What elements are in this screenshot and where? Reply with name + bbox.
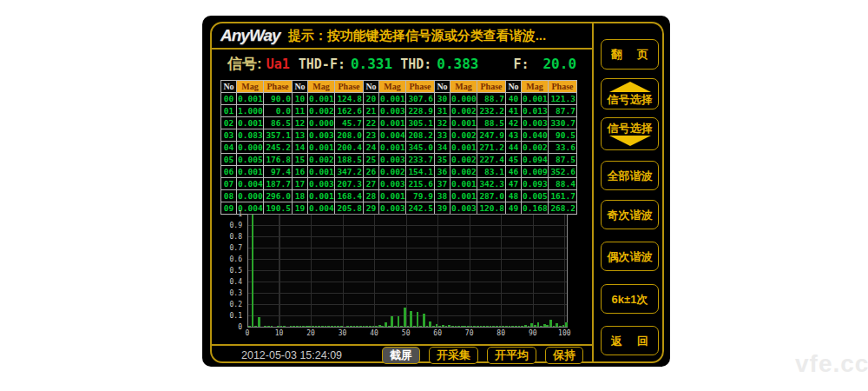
harmonic-bar	[321, 326, 324, 327]
harmonics-table: NoMagPhaseNoMagPhaseNoMagPhaseNoMagPhase…	[220, 80, 577, 215]
harmonic-mag: 0.005	[522, 190, 549, 202]
footer-buttons: 截屏开采集开平均保持	[382, 347, 583, 364]
harmonic-bar	[365, 326, 368, 327]
signal-select-up-button[interactable]: 信号选择	[601, 78, 659, 109]
hold-button[interactable]: 保持	[545, 347, 583, 364]
harmonic-bar	[293, 326, 295, 327]
harmonics-table-wrap: NoMagPhaseNoMagPhaseNoMagPhaseNoMagPhase…	[220, 80, 576, 215]
harmonic-bar	[467, 326, 470, 327]
harmonic-bar	[490, 326, 492, 327]
harmonic-phase: 187.7	[264, 178, 293, 190]
col-header-phase: Phase	[549, 81, 577, 93]
signal-select-down-button[interactable]: 信号选择	[601, 117, 659, 150]
harmonic-no: 43	[506, 129, 522, 142]
thd-value: 0.383	[437, 56, 478, 72]
harmonic-no: 41	[506, 105, 522, 117]
harmonic-phase: 83.1	[477, 166, 506, 178]
harmonic-bar	[248, 326, 251, 327]
odd-harmonics-button[interactable]: 奇次谐波	[601, 200, 659, 229]
harmonic-mag: 0.002	[450, 154, 477, 166]
page-flip-button[interactable]: 翻页	[601, 39, 659, 70]
harmonic-mag: 0.002	[522, 142, 549, 154]
table-row: 070.004187.7170.003207.3270.003215.6370.…	[221, 178, 577, 190]
harmonic-mag: 0.001	[379, 117, 406, 129]
y-tick-label: 0.9	[222, 222, 242, 229]
harmonic-phase: 86.5	[264, 117, 293, 129]
button-label: 全部谐波	[608, 169, 653, 182]
harmonic-bar	[473, 326, 476, 327]
side-button-panel: 翻页信号选择信号选择全部谐波奇次谐波偶次谐波6k±1次返回	[592, 23, 666, 361]
harmonic-bar	[496, 326, 498, 327]
harmonic-mag: 0.001	[237, 93, 264, 105]
y-tick-label: 0.8	[222, 233, 242, 241]
button-label: 回	[637, 335, 648, 348]
all-harmonics-button[interactable]: 全部谐波	[601, 161, 659, 190]
6k-plus-minus-1-button[interactable]: 6k±1次	[601, 284, 659, 314]
harmonic-bar	[565, 322, 568, 327]
harmonic-bar	[327, 326, 330, 327]
harmonic-bar	[436, 324, 438, 327]
harmonic-bar	[340, 326, 343, 327]
harmonic-mag: 0.001	[450, 178, 477, 190]
harmonic-phase: 88.4	[549, 178, 577, 190]
harmonic-mag: 0.005	[237, 154, 264, 166]
even-harmonics-button[interactable]: 偶次谐波	[601, 242, 659, 271]
harmonic-bar	[258, 317, 260, 327]
harmonic-bar	[363, 326, 365, 327]
harmonic-no: 30	[435, 93, 450, 105]
harmonic-phase: 287.0	[477, 190, 506, 202]
harmonic-phase: 121.3	[549, 93, 577, 105]
header-bar: AnyWay 提示：按功能键选择信号源或分类查看谐波...	[212, 23, 592, 50]
harmonic-phase: 347.2	[335, 166, 364, 178]
x-tick-label: 60	[433, 329, 442, 337]
harmonic-phase: 233.7	[406, 154, 435, 166]
harmonic-bar	[511, 326, 514, 327]
harmonic-mag: 0.002	[308, 154, 335, 166]
col-header-phase: Phase	[477, 81, 506, 93]
harmonic-bar	[470, 326, 473, 327]
harmonic-mag: 0.004	[308, 202, 335, 215]
harmonic-bar	[353, 326, 356, 327]
x-axis-labels: 0102030405060708090100	[247, 329, 568, 340]
harmonic-phase: 200.4	[335, 142, 364, 154]
start-averaging-button[interactable]: 开平均	[487, 347, 536, 364]
harmonic-mag: 0.083	[237, 129, 264, 142]
harmonic-no: 38	[435, 190, 450, 202]
harmonic-mag: 0.004	[237, 178, 264, 190]
harmonic-no: 02	[221, 117, 237, 129]
y-tick-label: 0	[222, 323, 242, 331]
main-area: AnyWay 提示：按功能键选择信号源或分类查看谐波... 信号: Ua1 TH…	[212, 23, 592, 361]
x-tick-label: 30	[339, 329, 347, 337]
harmonic-no: 27	[364, 178, 379, 190]
return-button[interactable]: 返回	[601, 326, 659, 355]
harmonic-bar	[562, 325, 565, 327]
start-acquisition-button[interactable]: 开采集	[429, 347, 478, 364]
harmonic-no: 04	[221, 142, 237, 154]
harmonic-mag: 0.002	[450, 105, 477, 117]
harmonic-no: 22	[364, 117, 379, 129]
y-tick-label: 1	[222, 210, 242, 218]
harmonics-chart: 10.90.80.70.60.50.40.30.20.10 0102030405…	[222, 214, 578, 342]
screenshot-button[interactable]: 截屏	[382, 347, 420, 364]
harmonic-mag: 0.000	[450, 93, 477, 105]
button-label: 6k±1次	[612, 293, 648, 306]
harmonic-bar	[553, 326, 556, 327]
col-header-no: No	[364, 81, 379, 93]
footer-bar: 2012-05-03 15:24:09 截屏开采集开平均保持	[212, 346, 592, 365]
harmonic-mag: 0.000	[308, 117, 335, 129]
harmonic-phase: 228.9	[406, 105, 435, 117]
harmonic-bar	[518, 326, 521, 327]
harmonic-phase: 307.6	[406, 93, 435, 105]
harmonic-phase: 342.3	[477, 178, 506, 190]
harmonic-phase: 247.9	[477, 129, 506, 142]
harmonic-mag: 0.002	[308, 105, 335, 117]
x-tick-label: 10	[275, 329, 284, 337]
harmonic-phase: 88.7	[477, 93, 506, 105]
harmonic-bar	[534, 325, 536, 327]
harmonic-no: 35	[435, 154, 450, 166]
page: AnyWay 提示：按功能键选择信号源或分类查看谐波... 信号: Ua1 TH…	[0, 0, 868, 391]
thdf-label: THD-F:	[299, 56, 345, 72]
harmonic-phase: 207.3	[335, 178, 364, 190]
harmonic-bar	[290, 326, 293, 327]
button-label: 翻	[611, 48, 622, 61]
